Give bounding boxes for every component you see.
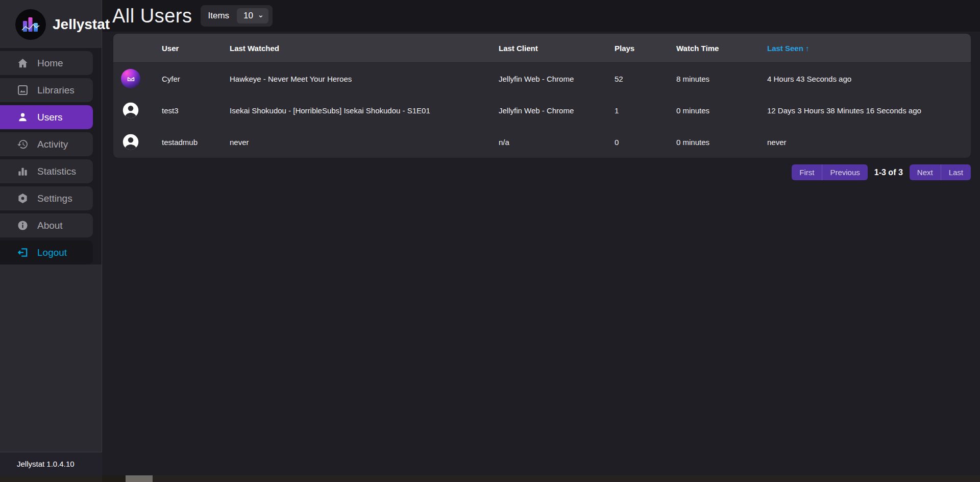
pagination-forward-group: Next Last bbox=[910, 164, 971, 180]
last-watched-cell: Isekai Shokudou - [HorribleSubs] Isekai … bbox=[230, 106, 499, 115]
last-client-cell: Jellyfin Web - Chrome bbox=[499, 106, 615, 115]
sidebar-item-users[interactable]: Users bbox=[0, 105, 93, 129]
page-header: All Users Items 10 ⌄ bbox=[102, 0, 980, 32]
user-avatar bbox=[121, 69, 140, 88]
user-avatar bbox=[121, 101, 140, 120]
sidebar-item-label: Libraries bbox=[37, 85, 75, 96]
last-watched-cell: never bbox=[230, 138, 499, 147]
sidebar: Jellystat Home Libraries Users bbox=[0, 0, 102, 482]
last-page-button[interactable]: Last bbox=[941, 164, 971, 180]
user-name-cell: Cyfer bbox=[162, 75, 230, 83]
column-header-last-client[interactable]: Last Client bbox=[499, 44, 615, 53]
sort-ascending-icon: ↑ bbox=[805, 44, 810, 53]
sidebar-item-about[interactable]: About bbox=[0, 213, 93, 237]
users-table: User Last Watched Last Client Plays Watc… bbox=[113, 34, 971, 158]
pagination-back-group: First Previous bbox=[792, 164, 868, 180]
first-page-button[interactable]: First bbox=[792, 164, 822, 180]
sidebar-item-activity[interactable]: Activity bbox=[0, 132, 93, 156]
scrollbar-thumb[interactable] bbox=[126, 475, 153, 482]
last-client-cell: n/a bbox=[499, 138, 615, 147]
pagination-range-label: 1-3 of 3 bbox=[874, 168, 903, 177]
app-logo[interactable]: Jellystat bbox=[0, 0, 102, 48]
sidebar-item-label: Users bbox=[37, 112, 63, 123]
column-header-watch-time[interactable]: Watch Time bbox=[676, 44, 767, 53]
libraries-icon bbox=[16, 84, 29, 97]
sidebar-item-settings[interactable]: Settings bbox=[0, 186, 93, 210]
last-seen-cell: never bbox=[767, 138, 971, 147]
user-name-cell: testadmub bbox=[162, 138, 230, 147]
sidebar-item-label: About bbox=[37, 220, 63, 231]
sidebar-item-label: Logout bbox=[37, 247, 67, 258]
items-per-page-select[interactable]: 10 bbox=[237, 8, 268, 23]
table-row[interactable]: test3 Isekai Shokudou - [HorribleSubs] I… bbox=[113, 94, 971, 126]
sidebar-item-label: Settings bbox=[37, 193, 72, 204]
last-watched-cell: Hawkeye - Never Meet Your Heroes bbox=[230, 75, 499, 83]
items-label: Items bbox=[208, 11, 230, 21]
settings-icon bbox=[16, 192, 29, 205]
last-seen-cell: 12 Days 3 Hours 38 Minutes 16 Seconds ag… bbox=[767, 106, 971, 115]
jellystat-logo-icon bbox=[15, 9, 46, 40]
home-icon bbox=[16, 57, 29, 69]
watch-time-cell: 0 minutes bbox=[676, 106, 767, 115]
table-row[interactable]: Cyfer Hawkeye - Never Meet Your Heroes J… bbox=[113, 63, 971, 94]
table-header-row: User Last Watched Last Client Plays Watc… bbox=[113, 34, 971, 63]
column-header-plays[interactable]: Plays bbox=[615, 44, 676, 53]
sidebar-item-logout[interactable]: Logout bbox=[0, 240, 93, 264]
about-icon bbox=[16, 220, 29, 232]
table-body: Cyfer Hawkeye - Never Meet Your Heroes J… bbox=[113, 63, 971, 158]
previous-page-button[interactable]: Previous bbox=[822, 164, 867, 180]
plays-cell: 1 bbox=[615, 106, 676, 115]
last-client-cell: Jellyfin Web - Chrome bbox=[499, 75, 615, 83]
plays-cell: 52 bbox=[615, 75, 676, 83]
users-icon bbox=[16, 111, 29, 124]
sidebar-item-label: Statistics bbox=[37, 166, 76, 177]
watch-time-cell: 0 minutes bbox=[676, 138, 767, 147]
column-header-last-watched[interactable]: Last Watched bbox=[230, 44, 499, 53]
sidebar-item-label: Activity bbox=[37, 139, 68, 150]
watch-time-cell: 8 minutes bbox=[676, 75, 767, 83]
sidebar-item-home[interactable]: Home bbox=[0, 51, 93, 75]
column-header-user[interactable]: User bbox=[162, 44, 230, 53]
page-title: All Users bbox=[112, 5, 192, 27]
user-name-cell: test3 bbox=[162, 106, 230, 115]
main-content: All Users Items 10 ⌄ User Last Watched L… bbox=[102, 0, 980, 482]
app-name: Jellystat bbox=[53, 16, 110, 33]
table-row[interactable]: testadmub never n/a 0 0 minutes never bbox=[113, 126, 971, 158]
next-page-button[interactable]: Next bbox=[910, 164, 941, 180]
app-version: Jellystat 1.0.4.10 bbox=[0, 452, 102, 475]
horizontal-scrollbar[interactable] bbox=[0, 475, 980, 482]
activity-history-icon bbox=[16, 138, 29, 151]
jellystat-app: Jellystat Home Libraries Users bbox=[0, 0, 980, 482]
statistics-icon bbox=[16, 165, 29, 178]
items-per-page-control: Items 10 ⌄ bbox=[201, 5, 273, 27]
user-avatar bbox=[121, 132, 140, 152]
sidebar-item-libraries[interactable]: Libraries bbox=[0, 78, 93, 102]
sidebar-item-label: Home bbox=[37, 58, 63, 69]
logout-icon bbox=[16, 247, 29, 259]
last-seen-cell: 4 Hours 43 Seconds ago bbox=[767, 75, 971, 83]
scrollbar-track-notch bbox=[102, 475, 126, 482]
column-header-last-seen[interactable]: Last Seen ↑ bbox=[767, 44, 971, 53]
pagination: First Previous 1-3 of 3 Next Last bbox=[102, 164, 971, 180]
plays-cell: 0 bbox=[615, 138, 676, 147]
sidebar-item-statistics[interactable]: Statistics bbox=[0, 159, 93, 183]
version-label: Jellystat 1.0.4.10 bbox=[17, 460, 75, 468]
sidebar-nav: Home Libraries Users Activity bbox=[0, 48, 102, 264]
column-header-label: Last Seen bbox=[767, 44, 803, 53]
